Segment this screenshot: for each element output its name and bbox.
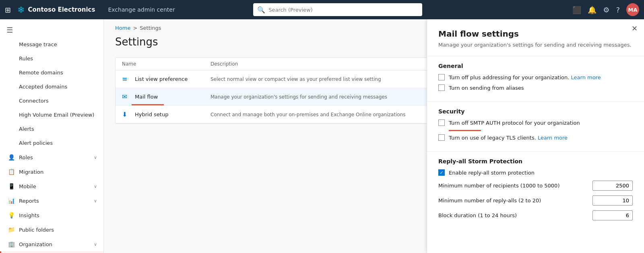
block-duration-label: Block duration (1 to 24 hours) — [438, 212, 592, 218]
list-view-name: List view preference — [135, 76, 211, 82]
reports-icon: 📊 — [8, 197, 15, 204]
help-icon[interactable]: ? — [616, 6, 620, 14]
grid-icon[interactable]: ⊞ — [5, 6, 11, 14]
sidebar-item-settings[interactable]: ⚙ Settings — [0, 251, 103, 253]
nav-right-icons: ⬛ 🔔 ⚙ ? MA — [572, 3, 639, 16]
security-section-title: Security — [438, 108, 633, 115]
send-aliases-row: Turn on sending from aliases — [438, 84, 633, 91]
organization-chevron: ∨ — [94, 242, 97, 247]
block-duration-input[interactable] — [592, 210, 633, 220]
plus-addressing-label: Turn off plus addressing for your organi… — [449, 74, 601, 80]
sidebar-label-message-trace: Message trace — [19, 41, 57, 47]
enable-protection-checkbox[interactable]: ✓ — [438, 169, 445, 176]
settings-icon[interactable]: ⚙ — [603, 6, 609, 14]
sidebar-label-insights: Insights — [19, 212, 39, 218]
search-icon: 🔍 — [257, 6, 265, 14]
sidebar-item-insights[interactable]: 💡 Insights — [0, 208, 103, 222]
plus-addressing-checkbox[interactable] — [438, 74, 445, 80]
sidebar-item-accepted-domains[interactable]: Accepted domains — [0, 80, 103, 94]
insights-icon: 💡 — [8, 212, 15, 218]
hybrid-setup-name: Hybrid setup — [135, 111, 211, 117]
plus-addressing-row: Turn off plus addressing for your organi… — [438, 74, 633, 80]
organization-icon: 🏢 — [8, 241, 15, 247]
min-recipients-label: Minimum number of recipients (1000 to 50… — [438, 183, 592, 189]
sidebar-item-roles[interactable]: 👤 Roles ∨ — [0, 150, 103, 165]
min-recipients-row: Minimum number of recipients (1000 to 50… — [438, 181, 633, 191]
sidebar-label-high-volume-email: High Volume Email (Preview) — [19, 112, 94, 118]
general-section-title: General — [438, 63, 633, 69]
search-input[interactable] — [268, 7, 418, 13]
public-folders-icon: 📁 — [8, 226, 15, 233]
main-layout: ☰ Message trace Rules Remote domains Acc… — [0, 0, 644, 253]
legacy-tls-label: Turn on use of legacy TLS clients. Learn… — [449, 135, 568, 141]
panel-section-security: Security Turn off SMTP AUTH protocol for… — [427, 101, 644, 151]
send-aliases-label: Turn on sending from aliases — [449, 85, 524, 91]
roles-icon: 👤 — [8, 154, 15, 160]
breadcrumb-current: Settings — [140, 25, 161, 31]
mail-flow-indicator — [132, 104, 164, 105]
plus-addressing-learn-more[interactable]: Learn more — [571, 74, 601, 80]
sidebar-label-organization: Organization — [19, 241, 52, 247]
sidebar-item-organization[interactable]: 🏢 Organization ∨ — [0, 237, 103, 251]
sidebar-item-remote-domains[interactable]: Remote domains — [0, 66, 103, 80]
sidebar-label-connectors: Connectors — [19, 98, 49, 104]
list-view-icon: ≡ — [122, 75, 135, 83]
avatar[interactable]: MA — [626, 3, 639, 16]
reports-chevron: ∨ — [94, 198, 97, 204]
sidebar-label-alerts: Alerts — [19, 126, 34, 132]
legacy-tls-checkbox[interactable] — [438, 134, 445, 141]
breadcrumb-home[interactable]: Home — [115, 25, 130, 31]
mobile-icon: 📱 — [8, 183, 15, 189]
panel-section-reply-all-storm: Reply-all Storm Protection ✓ Enable repl… — [427, 151, 644, 232]
smtp-auth-row: Turn off SMTP AUTH protocol for your org… — [438, 119, 633, 126]
sidebar-label-reports: Reports — [19, 198, 39, 204]
send-aliases-checkbox[interactable] — [438, 84, 445, 91]
sidebar-item-reports[interactable]: 📊 Reports ∨ — [0, 193, 103, 208]
enable-protection-row: ✓ Enable reply-all storm protection — [438, 169, 633, 176]
block-duration-row: Block duration (1 to 24 hours) — [438, 210, 633, 220]
sidebar-label-remote-domains: Remote domains — [19, 70, 63, 76]
notification-icon[interactable]: 🔔 — [588, 6, 597, 14]
sidebar-item-migration[interactable]: 📋 Migration — [0, 165, 103, 179]
panel-section-general: General Turn off plus addressing for you… — [427, 56, 644, 101]
sidebar-label-alert-policies: Alert policies — [19, 140, 53, 146]
sidebar-label-rules: Rules — [19, 56, 33, 62]
sidebar-item-mobile[interactable]: 📱 Mobile ∨ — [0, 179, 103, 193]
smtp-auth-checkbox[interactable] — [438, 119, 445, 126]
legacy-tls-learn-more[interactable]: Learn more — [538, 135, 568, 141]
sidebar-item-alerts[interactable]: Alerts — [0, 122, 103, 136]
panel-subtitle: Manage your organization's settings for … — [427, 42, 644, 56]
sidebar-collapse-button[interactable]: ☰ — [0, 23, 103, 37]
min-reply-alls-row: Minimum number of reply-alls (2 to 20) — [438, 195, 633, 206]
security-indicator — [449, 130, 481, 131]
mail-flow-name: Mail flow — [135, 94, 211, 100]
reply-all-storm-title: Reply-all Storm Protection — [438, 158, 633, 165]
min-recipients-input[interactable] — [592, 181, 633, 191]
sidebar-label-accepted-domains: Accepted domains — [19, 84, 67, 90]
sidebar-label-public-folders: Public folders — [19, 227, 54, 233]
company-logo: ❄ Contoso Electronics — [17, 5, 95, 15]
sidebar-item-rules[interactable]: Rules — [0, 51, 103, 66]
min-reply-alls-label: Minimum number of reply-alls (2 to 20) — [438, 197, 592, 204]
breadcrumb-separator: > — [133, 25, 137, 31]
sidebar-item-public-folders[interactable]: 📁 Public folders — [0, 222, 103, 237]
company-name: Contoso Electronics — [28, 6, 95, 13]
enable-protection-label: Enable reply-all storm protection — [449, 170, 535, 176]
top-navigation: ⊞ ❄ Contoso Electronics Exchange admin c… — [0, 0, 644, 19]
sidebar-item-connectors[interactable]: Connectors — [0, 94, 103, 108]
migration-icon: 📋 — [8, 169, 15, 175]
right-panel: ✕ Mail flow settings Manage your organiz… — [427, 19, 644, 253]
sidebar-item-high-volume-email[interactable]: High Volume Email (Preview) — [0, 108, 103, 122]
panel-close-button[interactable]: ✕ — [632, 24, 638, 33]
sidebar-label-migration: Migration — [19, 169, 43, 175]
roles-chevron: ∨ — [94, 155, 97, 160]
min-reply-alls-input[interactable] — [592, 195, 633, 206]
mail-icon[interactable]: ⬛ — [572, 6, 581, 14]
sidebar-item-alert-policies[interactable]: Alert policies — [0, 136, 103, 150]
hybrid-setup-icon: ⬇ — [122, 111, 135, 118]
sidebar-item-message-trace[interactable]: Message trace — [0, 37, 103, 51]
search-bar[interactable]: 🔍 — [253, 3, 422, 16]
legacy-tls-row: Turn on use of legacy TLS clients. Learn… — [438, 134, 633, 141]
app-title: Exchange admin center — [108, 6, 175, 13]
panel-title: Mail flow settings — [427, 19, 644, 42]
